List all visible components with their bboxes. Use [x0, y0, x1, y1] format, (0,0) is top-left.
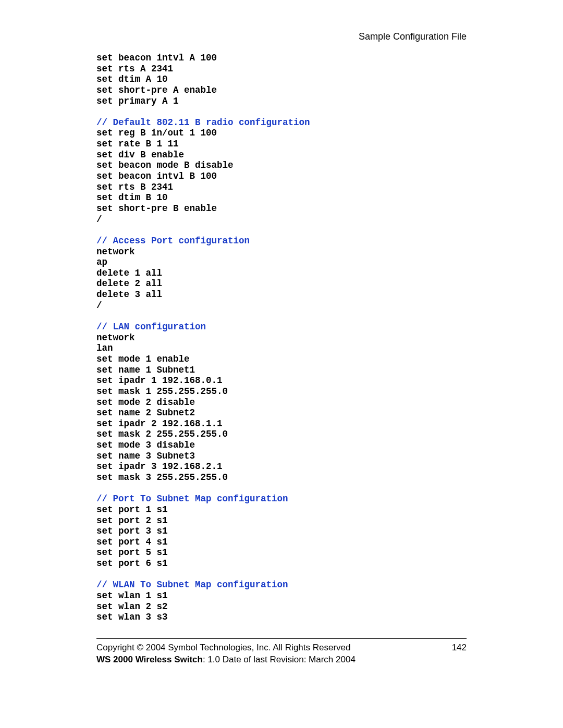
- code-comment: // WLAN To Subnet Map configuration: [96, 579, 288, 590]
- revision-text: : 1.0 Date of last Revision: March 2004: [203, 655, 356, 664]
- page-header: Sample Configuration File: [96, 31, 467, 42]
- code-line: set port 2 s1: [96, 515, 168, 526]
- code-line: set mode 1 enable: [96, 354, 190, 364]
- product-name: WS 2000 Wireless Switch: [96, 655, 203, 664]
- code-line: set mode 2 disable: [96, 397, 195, 408]
- code-line: set name 1 Subnet1: [96, 365, 195, 375]
- code-line: set mask 1 255.255.255.0: [96, 386, 228, 397]
- config-code-block: set beacon intvl A 100 set rts A 2341 se…: [96, 53, 467, 623]
- code-line: network: [96, 246, 135, 257]
- code-line: set port 4 s1: [96, 537, 168, 547]
- code-line: set name 2 Subnet2: [96, 408, 195, 418]
- code-line: set beacon intvl A 100: [96, 53, 217, 63]
- code-line: set dtim B 10: [96, 192, 168, 203]
- code-line: set mode 3 disable: [96, 440, 195, 450]
- code-line: delete 1 all: [96, 268, 162, 278]
- code-line: ap: [96, 257, 107, 267]
- copyright-text: Copyright © 2004 Symbol Technologies, In…: [96, 643, 351, 652]
- page-number: 142: [452, 642, 467, 654]
- code-line: set primary A 1: [96, 96, 179, 106]
- code-line: set div B enable: [96, 150, 184, 160]
- header-title: Sample Configuration File: [359, 31, 467, 42]
- code-line: set short-pre B enable: [96, 203, 217, 214]
- code-line: set port 5 s1: [96, 547, 168, 558]
- code-line: set dtim A 10: [96, 74, 168, 84]
- code-line: set name 3 Subnet3: [96, 451, 195, 461]
- code-comment: // Port To Subnet Map configuration: [96, 493, 288, 504]
- code-line: set beacon intvl B 100: [96, 171, 217, 181]
- code-line: set beacon mode B disable: [96, 160, 234, 170]
- code-comment: // Default 802.11 B radio configuration: [96, 117, 310, 128]
- code-line: set ipadr 2 192.168.1.1: [96, 418, 223, 429]
- code-line: /: [96, 214, 102, 225]
- code-line: set wlan 2 s2: [96, 601, 168, 612]
- code-line: lan: [96, 343, 113, 353]
- code-line: set mask 3 255.255.255.0: [96, 472, 228, 483]
- code-line: set port 1 s1: [96, 504, 168, 515]
- code-line: set port 3 s1: [96, 526, 168, 536]
- code-line: set reg B in/out 1 100: [96, 128, 217, 138]
- code-line: set wlan 3 s3: [96, 612, 168, 622]
- code-line: set short-pre A enable: [96, 85, 217, 95]
- code-line: /: [96, 300, 102, 311]
- code-line: delete 3 all: [96, 289, 162, 300]
- code-line: set port 6 s1: [96, 558, 168, 569]
- code-line: set ipadr 1 192.168.0.1: [96, 375, 223, 386]
- code-line: set ipadr 3 192.168.2.1: [96, 461, 223, 472]
- code-line: delete 2 all: [96, 278, 162, 289]
- code-line: set rate B 1 11: [96, 139, 179, 149]
- code-line: set wlan 1 s1: [96, 590, 168, 601]
- page-footer: 142 Copyright © 2004 Symbol Technologies…: [96, 642, 467, 666]
- document-page: Sample Configuration File set beacon int…: [0, 0, 563, 687]
- code-comment: // Access Port configuration: [96, 236, 250, 246]
- code-line: set rts A 2341: [96, 64, 173, 74]
- code-comment: // LAN configuration: [96, 322, 206, 332]
- code-line: set rts B 2341: [96, 182, 173, 192]
- code-line: set mask 2 255.255.255.0: [96, 429, 228, 439]
- footer-divider: [96, 638, 467, 639]
- code-line: network: [96, 332, 135, 343]
